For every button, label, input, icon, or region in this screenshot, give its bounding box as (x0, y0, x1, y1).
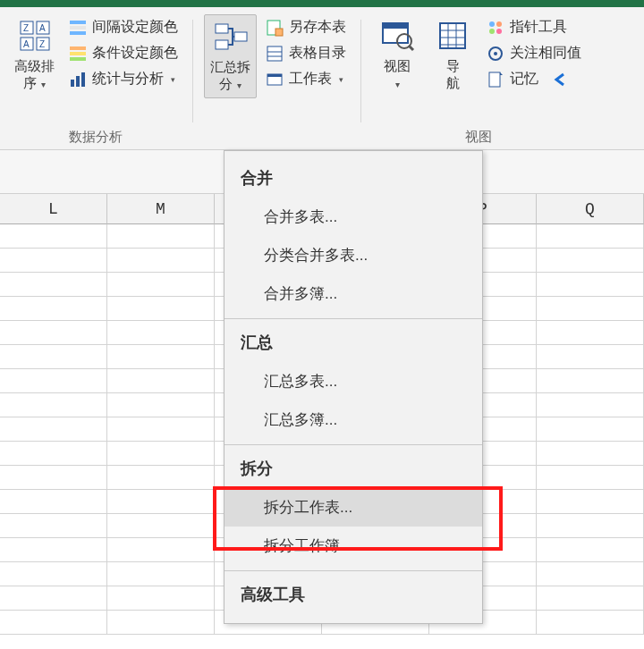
dropdown-divider (225, 570, 482, 571)
dropdown-item[interactable]: 拆分工作簿... (225, 527, 482, 565)
interval-color-button[interactable]: 间隔设定颜色 (65, 16, 182, 38)
ribbon-group-view: 视图 ▾ 导 航 指针工具 (367, 13, 590, 149)
grid-cell[interactable] (107, 562, 215, 586)
grid-cell[interactable] (537, 321, 644, 345)
grid-cell[interactable] (537, 442, 644, 466)
grid-cell[interactable] (107, 369, 215, 393)
worksheet-button[interactable]: 工作表 ▾ (262, 68, 350, 90)
ribbon-separator (360, 20, 361, 122)
svg-line-30 (409, 46, 413, 50)
grid-cell[interactable] (107, 466, 215, 490)
grid-cell[interactable] (537, 538, 644, 562)
grid-cell[interactable] (0, 393, 107, 417)
save-as-button[interactable]: 另存本表 (262, 16, 350, 38)
grid-cell[interactable] (0, 514, 107, 538)
table-toc-button[interactable]: 表格目录 (262, 42, 350, 64)
grid-cell[interactable] (0, 442, 107, 466)
grid-cell[interactable] (107, 586, 215, 611)
grid-cell[interactable] (537, 297, 644, 321)
grid-cell[interactable] (537, 562, 644, 586)
svg-rect-28 (383, 23, 408, 29)
dropdown-item[interactable]: 汇总多表... (225, 362, 482, 400)
ribbon: ZAAZ 高级排 序 ▾ 间隔设定颜色 条件 (0, 7, 644, 150)
back-arrow-icon[interactable] (551, 71, 569, 88)
grid-cell[interactable] (107, 611, 215, 635)
titlebar-strip (0, 0, 644, 7)
grid-cell[interactable] (107, 224, 215, 249)
grid-cell[interactable] (537, 224, 644, 249)
grid-cell[interactable] (537, 514, 644, 538)
svg-rect-12 (70, 52, 86, 55)
dropdown-divider (225, 318, 482, 319)
column-header[interactable]: L (0, 194, 107, 224)
follow-same-button[interactable]: 关注相同值 (483, 42, 585, 64)
grid-cell[interactable] (537, 586, 644, 611)
grid-cell[interactable] (537, 345, 644, 369)
svg-text:A: A (23, 39, 30, 49)
grid-cell[interactable] (0, 611, 107, 635)
grid-cell[interactable] (0, 345, 107, 369)
pointer-tool-button[interactable]: 指针工具 (483, 16, 585, 38)
grid-cell[interactable] (537, 393, 644, 417)
column-header[interactable]: Q (537, 194, 644, 224)
follow-same-icon (487, 45, 504, 63)
save-as-label: 另存本表 (289, 18, 346, 37)
grid-cell[interactable] (0, 538, 107, 562)
svg-rect-13 (70, 57, 86, 61)
grid-cell[interactable] (0, 369, 107, 393)
cond-color-button[interactable]: 条件设定颜色 (65, 42, 182, 64)
sort-button[interactable]: ZAAZ 高级排 序 ▾ (9, 14, 60, 97)
grid-cell[interactable] (107, 490, 215, 514)
memory-button[interactable]: 记忆 (483, 68, 585, 90)
grid-cell[interactable] (107, 249, 215, 273)
column-header[interactable]: M (107, 194, 215, 224)
grid-cell[interactable] (0, 586, 107, 611)
grid-cell[interactable] (0, 249, 107, 273)
summary-split-icon (213, 19, 249, 55)
caret-icon: ▾ (171, 75, 175, 84)
stats-button[interactable]: 统计与分析 ▾ (65, 68, 182, 90)
grid-cell[interactable] (0, 224, 107, 249)
grid-cell[interactable] (0, 321, 107, 345)
table-toc-label: 表格目录 (289, 44, 346, 63)
group-label-data-analysis: 数据分析 (69, 125, 123, 148)
grid-cell[interactable] (0, 490, 107, 514)
svg-rect-14 (71, 80, 74, 87)
grid-cell[interactable] (537, 466, 644, 490)
grid-cell[interactable] (107, 442, 215, 466)
dropdown-item[interactable]: 汇总多簿... (225, 400, 482, 439)
grid-cell[interactable] (0, 466, 107, 490)
dropdown-section-title: 高级工具 (225, 577, 482, 614)
grid-cell[interactable] (537, 273, 644, 297)
dropdown-item[interactable]: 合并多表... (225, 198, 482, 236)
dropdown-item[interactable]: 合并多簿... (225, 274, 482, 313)
grid-cell[interactable] (0, 417, 107, 442)
follow-same-label: 关注相同值 (510, 44, 581, 63)
grid-cell[interactable] (537, 611, 644, 635)
grid-cell[interactable] (537, 490, 644, 514)
grid-cell[interactable] (107, 514, 215, 538)
nav-button[interactable]: 导 航 (428, 14, 478, 95)
grid-cell[interactable] (107, 538, 215, 562)
grid-cell[interactable] (107, 417, 215, 442)
view-button[interactable]: 视图 ▾ (372, 14, 422, 97)
grid-cell[interactable] (107, 321, 215, 345)
grid-cell[interactable] (537, 369, 644, 393)
grid-cell[interactable] (0, 297, 107, 321)
nav-icon (435, 18, 470, 54)
grid-cell[interactable] (107, 297, 215, 321)
summary-split-button[interactable]: 汇总拆 分 ▾ (204, 14, 257, 98)
grid-cell[interactable] (107, 345, 215, 369)
grid-cell[interactable] (537, 249, 644, 273)
grid-cell[interactable] (107, 393, 215, 417)
cond-color-icon (69, 45, 87, 63)
dropdown-section-title: 合并 (225, 160, 482, 198)
ribbon-group-data-analysis: ZAAZ 高级排 序 ▾ 间隔设定颜色 条件 (4, 13, 187, 149)
stats-icon (69, 71, 87, 88)
dropdown-item[interactable]: 分类合并多表... (225, 236, 482, 274)
grid-cell[interactable] (537, 417, 644, 442)
grid-cell[interactable] (0, 562, 107, 586)
grid-cell[interactable] (107, 273, 215, 297)
dropdown-item[interactable]: 拆分工作表... (225, 488, 482, 527)
grid-cell[interactable] (0, 273, 107, 297)
